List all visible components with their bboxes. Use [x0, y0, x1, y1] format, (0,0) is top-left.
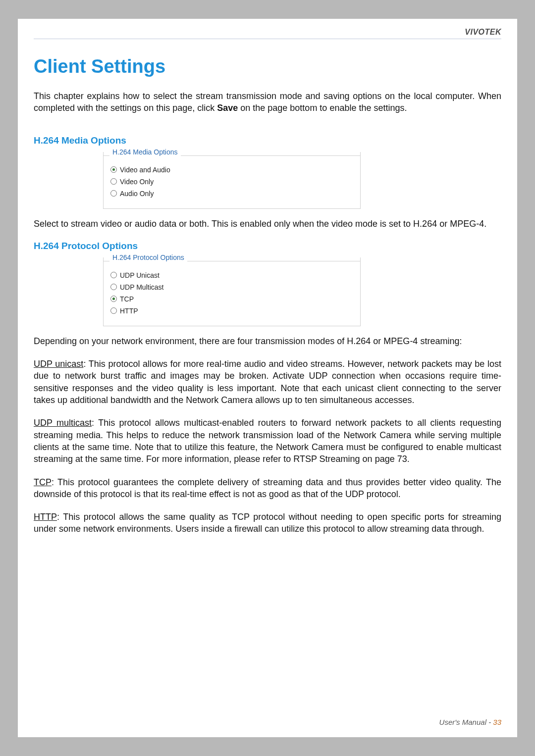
radio-icon: [110, 166, 117, 173]
protocol-desc-http: HTTP: This protocol allows the same qual…: [34, 511, 501, 535]
radio-icon: [110, 178, 117, 185]
desc: : This protocol allows for more real-tim…: [34, 359, 501, 405]
media-option-video-and-audio[interactable]: Video and Audio: [110, 166, 353, 174]
media-options-fieldset: H.264 Media Options Video and Audio Vide…: [103, 152, 361, 209]
desc: : This protocol guarantees the complete …: [34, 477, 501, 499]
protocol-intro: Depending on your network environment, t…: [34, 335, 501, 347]
protocol-option-udp-multicast[interactable]: UDP Multicast: [110, 283, 353, 291]
protocol-desc-tcp: TCP: This protocol guarantees the comple…: [34, 476, 501, 501]
media-option-video-only[interactable]: Video Only: [110, 178, 353, 186]
protocol-option-http[interactable]: HTTP: [110, 307, 353, 315]
protocol-option-udp-unicast[interactable]: UDP Unicast: [110, 271, 353, 279]
protocol-desc-udp-unicast: UDP unicast: This protocol allows for mo…: [34, 358, 501, 406]
intro-text-bold: Save: [217, 103, 238, 113]
radio-icon: [110, 307, 117, 314]
document-page: VIVOTEK Client Settings This chapter exp…: [18, 19, 517, 737]
intro-text-post: on the page bottom to enable the setting…: [238, 103, 407, 113]
term: UDP unicast: [34, 359, 83, 369]
desc: : This protocol allows multicast-enabled…: [34, 418, 501, 464]
brand-label: VIVOTEK: [34, 28, 501, 39]
protocol-options-legend: H.264 Protocol Options: [109, 253, 187, 261]
protocol-option-label: TCP: [120, 295, 134, 303]
media-options-legend: H.264 Media Options: [109, 148, 181, 156]
term: TCP: [34, 477, 52, 487]
protocol-options-fieldset: H.264 Protocol Options UDP Unicast UDP M…: [103, 257, 361, 326]
protocol-section-heading: H.264 Protocol Options: [34, 241, 501, 252]
radio-icon: [110, 272, 117, 278]
term: UDP multicast: [34, 418, 92, 428]
media-option-label: Video and Audio: [120, 166, 170, 174]
protocol-option-label: UDP Multicast: [120, 283, 163, 291]
radio-icon: [110, 190, 117, 197]
media-option-label: Audio Only: [120, 190, 154, 198]
media-option-label: Video Only: [120, 178, 154, 186]
term: HTTP: [34, 512, 57, 522]
protocol-option-tcp[interactable]: TCP: [110, 295, 353, 303]
page-title: Client Settings: [34, 56, 501, 77]
intro-paragraph: This chapter explains how to select the …: [34, 90, 501, 114]
radio-icon: [110, 284, 117, 290]
footer-page-number: 33: [493, 718, 501, 726]
header-rule: [34, 39, 501, 39]
radio-icon: [110, 296, 117, 302]
desc: : This protocol allows the same quality …: [34, 512, 501, 534]
protocol-desc-udp-multicast: UDP multicast: This protocol allows mult…: [34, 417, 501, 465]
protocol-option-label: UDP Unicast: [120, 271, 160, 279]
page-footer: User's Manual - 33: [439, 718, 501, 726]
media-option-audio-only[interactable]: Audio Only: [110, 190, 353, 198]
protocol-option-label: HTTP: [120, 307, 138, 315]
media-section-heading: H.264 Media Options: [34, 135, 501, 146]
footer-label: User's Manual -: [439, 718, 493, 726]
media-note: Select to stream video or audio data or …: [34, 218, 501, 230]
